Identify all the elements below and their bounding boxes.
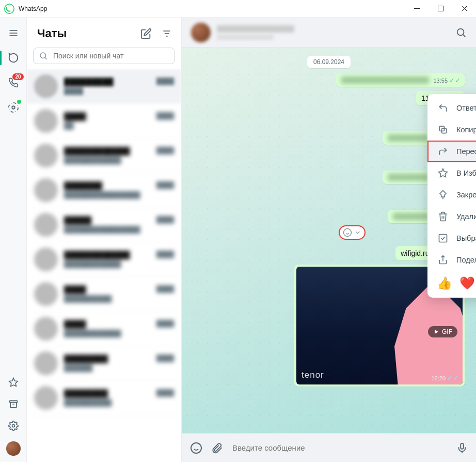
reaction-thumbsup[interactable]: 👍 [437,276,452,290]
whatsapp-logo-icon [4,4,14,14]
svg-point-8 [12,106,15,109]
forward-icon [438,146,448,157]
settings-icon[interactable] [7,420,20,432]
pin-icon [438,190,448,200]
message-context-menu: Ответить Копировать Переслать В Избранны… [427,94,476,298]
chat-list-panel: Чаты █████████████████ ██████████ ██████… [27,18,182,462]
chats-tab-icon[interactable] [7,52,20,64]
chat-item[interactable]: ██████████ [27,104,181,138]
chat-item[interactable]: █████████████████ [27,69,181,104]
status-unread-dot [17,100,21,104]
svg-point-20 [344,229,352,237]
chat-item[interactable]: ████████████████████████████ [27,138,181,173]
emoji-icon[interactable] [190,442,202,454]
chat-header-info[interactable] [217,25,449,40]
chat-item[interactable]: ██████████████████ [27,346,181,381]
menu-item-select[interactable]: Выбрать [427,227,476,249]
chat-avatar[interactable] [191,23,211,42]
mic-icon[interactable] [456,442,468,454]
chat-header [182,18,476,48]
message-input[interactable] [232,443,447,452]
chat-search-icon[interactable] [455,27,467,38]
chat-item[interactable]: ██████████████████ [27,277,181,312]
reply-icon [438,103,448,113]
chat-item[interactable]: █████████████████████████ [27,208,181,242]
svg-point-15 [40,53,46,58]
attach-icon[interactable] [212,442,223,454]
svg-marker-19 [435,330,438,334]
window-close-button[interactable] [452,0,476,18]
menu-item-forward[interactable]: Переслать [427,141,476,162]
svg-rect-10 [9,401,17,402]
read-ticks-icon: ✓✓ [447,375,458,381]
chevron-down-icon [354,229,361,236]
chatlist-title: Чаты [37,27,132,40]
svg-line-18 [463,35,465,37]
read-ticks-icon: ✓✓ [449,77,461,84]
menu-item-share[interactable]: Поделиться [427,249,476,271]
new-chat-icon[interactable] [140,27,152,40]
trash-icon [438,211,448,222]
window-minimize-button[interactable] [405,0,429,18]
calls-tab-icon[interactable]: 20 [7,76,20,89]
archive-icon[interactable] [7,398,20,410]
chat-item[interactable]: ███████████████████████████ [27,173,181,208]
app-title: WhatsApp [19,5,47,12]
window-maximize-button[interactable] [429,0,452,18]
copy-icon [438,125,448,135]
menu-item-copy[interactable]: Копировать [427,119,476,141]
svg-rect-26 [461,443,464,449]
gif-source-label: tenor [302,370,324,380]
chat-items: █████████████████ ██████████ ███████████… [27,69,181,462]
svg-rect-2 [438,6,443,11]
menu-item-star[interactable]: В Избранные [427,162,476,184]
svg-point-25 [191,443,201,453]
chat-item[interactable]: ████████████████████████████ [27,242,181,277]
date-pill: 06.09.2024 [307,56,351,68]
checkbox-icon [438,233,448,243]
svg-line-16 [45,57,46,59]
message-bubble[interactable]: 13:55✓✓ [336,73,465,87]
chat-item[interactable]: ██████████████████████ [27,381,181,415]
reaction-bar: 👍 ❤️ 😂 😮 😢 🙏 ＋ [427,271,476,295]
react-button[interactable] [339,225,366,240]
menu-item-pin[interactable]: Закрепить [427,184,476,206]
chat-item[interactable]: ████████████████████ [27,312,181,346]
smile-icon [343,228,352,237]
search-icon [39,51,48,60]
menu-item-reply[interactable]: Ответить [427,97,476,119]
search-box[interactable] [33,48,175,64]
calls-badge: 20 [12,73,23,80]
menu-icon[interactable] [7,27,20,39]
svg-point-11 [12,425,14,427]
composer [182,433,476,462]
star-icon [438,168,448,178]
reaction-heart[interactable]: ❤️ [459,276,475,290]
filter-icon[interactable] [161,27,173,40]
chat-view: 06.09.2024 13:55✓✓ 1117:14✓✓ 15:17✓✓ 13:… [182,18,476,462]
svg-marker-23 [439,169,448,177]
svg-point-17 [457,28,464,35]
titlebar: WhatsApp [0,0,476,18]
svg-rect-24 [439,235,447,242]
left-rail: 20 [0,18,27,462]
starred-icon[interactable] [7,376,20,389]
svg-marker-9 [9,378,18,387]
gif-play-pill[interactable]: GIF [428,326,457,337]
search-input[interactable] [53,52,169,60]
status-tab-icon[interactable] [7,101,20,114]
menu-item-delete[interactable]: Удалить у меня [427,206,476,227]
profile-avatar[interactable] [6,441,21,456]
share-icon [438,255,448,265]
